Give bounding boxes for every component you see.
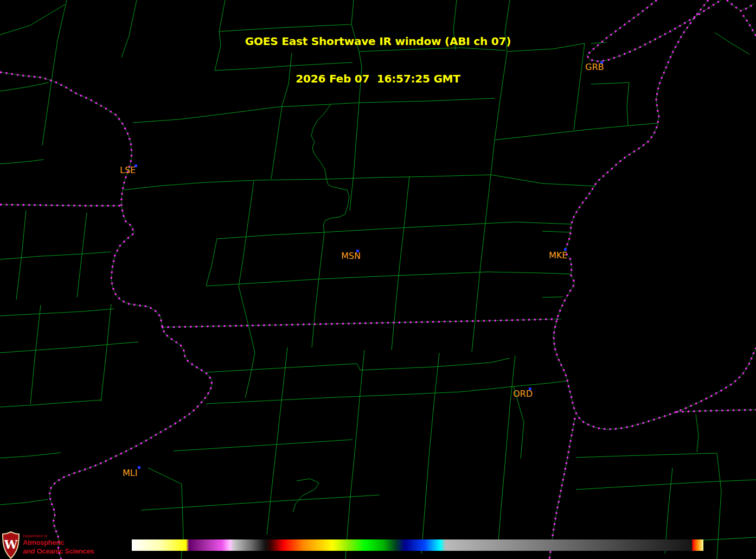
city-label-mli: MLI <box>123 469 137 478</box>
county-boundary-line <box>0 400 101 407</box>
state-border-underline-il-in-border <box>549 418 575 559</box>
county-boundary-line <box>239 181 254 286</box>
city-marker-dot-mli <box>138 466 140 469</box>
county-boundary-line <box>696 414 699 452</box>
county-boundary-line <box>0 309 114 316</box>
state-border-mississippi-river <box>0 72 212 559</box>
county-boundary-line <box>124 179 326 190</box>
county-boundary-line <box>576 453 717 458</box>
uw-aos-logo: W Department of Atmospheric and Oceanic … <box>2 531 94 559</box>
city-label-ord: ORD <box>513 390 533 398</box>
image-title: GOES East Shortwave IR window (ABI ch 07… <box>0 10 756 98</box>
county-boundary-line <box>206 239 217 286</box>
county-boundary-line <box>326 175 491 179</box>
county-boundary-line <box>77 213 87 297</box>
county-boundary-line <box>206 272 571 286</box>
city-label-msn: MSN <box>341 252 361 261</box>
logo-dept-line: Department of <box>23 534 94 538</box>
county-boundary-line <box>514 381 567 386</box>
county-boundary-line <box>311 104 349 232</box>
county-boundary-line <box>174 440 353 451</box>
logo-text: Department of Atmospheric and Oceanic Sc… <box>23 531 94 559</box>
county-boundary-line <box>101 304 111 402</box>
state-border-mi-in-border <box>676 410 756 412</box>
county-boundary-line <box>345 350 364 559</box>
title-line-1: GOES East Shortwave IR window (ABI ch 07… <box>0 35 756 48</box>
county-boundary-line <box>0 453 61 458</box>
county-boundary-line <box>217 222 571 239</box>
svg-text:W: W <box>4 537 18 551</box>
county-boundary-line <box>0 160 43 164</box>
satellite-image-viewer: { "title": { "line1": "GOES East Shortwa… <box>0 0 756 559</box>
county-boundary-line <box>16 211 26 300</box>
county-boundary-line <box>0 252 111 259</box>
county-boundary-line <box>239 286 255 398</box>
city-label-mke: MKE <box>549 251 567 260</box>
county-boundary-line <box>312 232 324 347</box>
logo-line-1: Atmospheric <box>23 538 94 547</box>
county-boundary-line <box>293 479 319 512</box>
uw-crest-icon: W <box>2 531 20 559</box>
county-boundary-line <box>542 297 563 297</box>
county-boundary-line <box>542 231 571 232</box>
county-boundary-line <box>141 495 380 510</box>
county-boundary-line <box>717 453 721 559</box>
county-boundary-line <box>498 355 515 548</box>
logo-line-2: and Oceanic Sciences <box>23 547 94 556</box>
county-boundary-line <box>392 176 409 350</box>
county-boundary-line <box>267 347 287 535</box>
county-boundary-line <box>133 98 495 123</box>
city-label-lse: LSE <box>120 166 136 175</box>
county-boundary-line <box>421 353 439 554</box>
title-line-2: 2026 Feb 07 16:57:25 GMT <box>0 73 756 85</box>
temperature-colorbar <box>132 539 703 551</box>
county-boundary-line <box>576 480 756 490</box>
county-boundary-line <box>0 499 48 505</box>
state-border-underline-mississippi-river <box>0 72 212 559</box>
county-boundary-line <box>495 123 657 140</box>
county-boundary-line <box>0 342 138 353</box>
county-boundary-line <box>491 175 595 186</box>
county-boundary-line <box>30 305 41 404</box>
state-border-sturgeon-bay-shore-1 <box>727 0 754 11</box>
county-boundary-line <box>472 175 491 352</box>
